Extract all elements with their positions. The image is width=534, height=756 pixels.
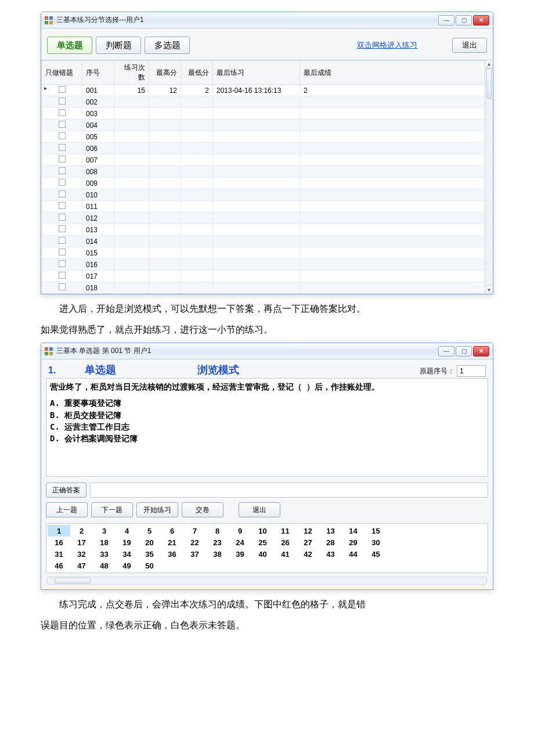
table-row[interactable]: 005 [42,131,493,143]
question-nav-8[interactable]: 8 [206,525,229,537]
question-nav-37[interactable]: 37 [183,548,206,560]
question-nav-25[interactable]: 25 [251,537,274,548]
table-row[interactable]: 015 [42,247,493,259]
grid-hint-link[interactable]: 双击网格进入练习 [357,40,417,51]
question-nav-28[interactable]: 28 [319,537,342,548]
question-nav-22[interactable]: 22 [183,537,206,548]
question-nav-14[interactable]: 14 [342,525,365,537]
only-wrong-checkbox[interactable] [59,190,66,197]
question-nav-32[interactable]: 32 [70,548,93,560]
question-nav-10[interactable]: 10 [251,525,274,537]
question-nav-33[interactable]: 33 [93,548,116,560]
only-wrong-checkbox[interactable] [59,86,66,93]
table-row[interactable]: 018 [42,282,493,294]
question-nav-1[interactable]: 1 [48,525,70,537]
question-nav-44[interactable]: 44 [342,548,365,560]
maximize-button-2[interactable]: ▢ [456,346,472,357]
minimize-button[interactable]: — [438,15,454,26]
table-row[interactable]: 008 [42,166,493,178]
question-nav-40[interactable]: 40 [251,548,274,560]
question-nav-9[interactable]: 9 [229,525,251,537]
question-nav-42[interactable]: 42 [297,548,319,560]
table-row[interactable]: 012 [42,213,493,224]
only-wrong-checkbox[interactable] [59,121,66,128]
only-wrong-checkbox[interactable] [59,144,66,151]
question-nav-20[interactable]: 20 [138,537,161,548]
question-nav-35[interactable]: 35 [138,548,161,560]
question-nav-16[interactable]: 16 [48,537,70,548]
question-nav-5[interactable]: 5 [138,525,161,537]
scroll-down-icon[interactable]: ▼ [485,286,493,294]
question-nav-15[interactable]: 15 [365,525,387,537]
only-wrong-checkbox[interactable] [59,272,66,279]
close-button-2[interactable]: ✕ [473,346,489,357]
only-wrong-checkbox[interactable] [59,109,66,116]
table-row[interactable]: 003 [42,108,493,120]
minimize-button-2[interactable]: — [438,346,454,357]
submit-button[interactable]: 交卷 [182,502,223,517]
question-nav-49[interactable]: 49 [116,560,138,571]
question-nav-4[interactable]: 4 [116,525,138,537]
table-row[interactable]: 010 [42,189,493,201]
question-nav-31[interactable]: 31 [48,548,70,560]
next-question-button[interactable]: 下一题 [91,502,133,517]
question-nav-3[interactable]: 3 [93,525,116,537]
maximize-button[interactable]: ▢ [456,15,472,26]
table-row[interactable]: 002 [42,96,493,108]
question-nav-48[interactable]: 48 [93,560,116,571]
question-nav-6[interactable]: 6 [161,525,183,537]
tab-single-choice[interactable]: 单选题 [47,37,92,54]
question-nav-13[interactable]: 13 [319,525,342,537]
only-wrong-checkbox[interactable] [59,237,66,244]
only-wrong-checkbox[interactable] [59,202,66,209]
table-row[interactable]: 013 [42,224,493,236]
question-nav-29[interactable]: 29 [342,537,365,548]
prev-question-button[interactable]: 上一题 [46,502,88,517]
only-wrong-checkbox[interactable] [59,98,66,105]
question-nav-41[interactable]: 41 [274,548,297,560]
tab-multi-choice[interactable]: 多选题 [145,37,190,54]
question-nav-2[interactable]: 2 [70,525,93,537]
question-nav-24[interactable]: 24 [229,537,251,548]
question-nav-26[interactable]: 26 [274,537,297,548]
original-seq-value[interactable]: 1 [457,365,486,377]
question-nav-30[interactable]: 30 [365,537,387,548]
table-row[interactable]: 007 [42,154,493,166]
question-nav-36[interactable]: 36 [161,548,183,560]
close-button[interactable]: ✕ [473,15,489,26]
table-row[interactable]: 014 [42,236,493,247]
question-nav-18[interactable]: 18 [93,537,116,548]
question-nav-47[interactable]: 47 [70,560,93,571]
only-wrong-checkbox[interactable] [59,179,66,186]
table-row[interactable]: 009 [42,178,493,189]
only-wrong-checkbox[interactable] [59,283,66,290]
tab-judge[interactable]: 判断题 [96,37,141,54]
question-nav-46[interactable]: 46 [48,560,70,571]
table-row[interactable]: 016 [42,259,493,271]
table-row[interactable]: 011 [42,201,493,213]
question-nav-50[interactable]: 50 [138,560,161,571]
exit-button[interactable]: 退出 [452,38,487,53]
only-wrong-checkbox[interactable] [59,260,66,267]
vertical-scrollbar[interactable]: ▲ ▼ [485,60,493,294]
question-nav-23[interactable]: 23 [206,537,229,548]
only-wrong-checkbox[interactable] [59,225,66,232]
only-wrong-checkbox[interactable] [59,214,66,221]
table-row[interactable]: 017 [42,271,493,282]
question-number-grid[interactable]: 1234567891011121314151617181920212223242… [46,523,488,573]
only-wrong-checkbox[interactable] [59,249,66,255]
question-nav-7[interactable]: 7 [183,525,206,537]
section-grid[interactable]: 只做错题 序号 练习次数 最高分 最低分 最后练习 最后成绩 001151222… [41,60,493,294]
question-nav-43[interactable]: 43 [319,548,342,560]
table-row[interactable]: 006 [42,143,493,154]
only-wrong-checkbox[interactable] [59,132,66,139]
scroll-up-icon[interactable]: ▲ [485,60,493,69]
question-nav-39[interactable]: 39 [229,548,251,560]
table-row[interactable]: 001151222013-04-16 13:16:132 [42,85,493,96]
only-wrong-checkbox[interactable] [59,167,66,174]
question-nav-17[interactable]: 17 [70,537,93,548]
question-nav-34[interactable]: 34 [116,548,138,560]
correct-answer-button[interactable]: 正确答案 [46,483,86,498]
start-practice-button[interactable]: 开始练习 [136,502,178,517]
horizontal-scrollbar[interactable] [47,577,487,585]
